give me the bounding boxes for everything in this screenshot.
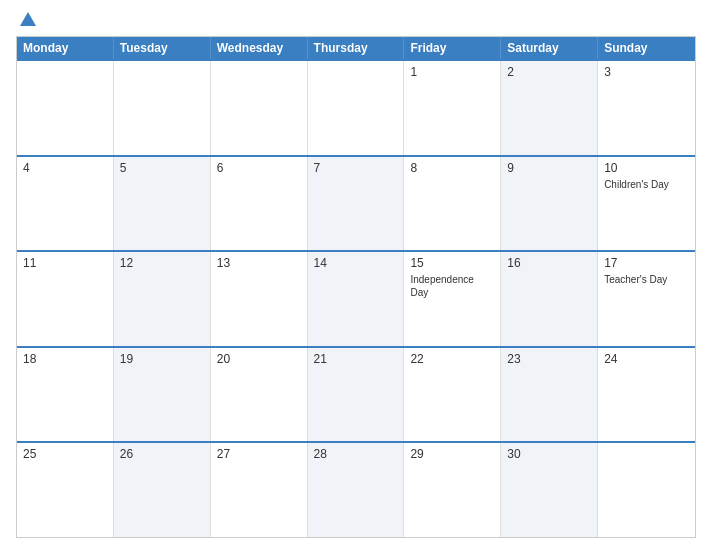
- calendar-cell: 4: [17, 157, 114, 251]
- weekday-header-thursday: Thursday: [308, 37, 405, 59]
- day-number: 5: [120, 161, 204, 175]
- day-event: Children's Day: [604, 178, 689, 191]
- day-number: 2: [507, 65, 591, 79]
- weekday-header-friday: Friday: [404, 37, 501, 59]
- day-number: 13: [217, 256, 301, 270]
- day-number: 4: [23, 161, 107, 175]
- day-number: 23: [507, 352, 591, 366]
- day-number: 29: [410, 447, 494, 461]
- calendar-cell: 3: [598, 61, 695, 155]
- calendar-cell: [308, 61, 405, 155]
- calendar-cell: [598, 443, 695, 537]
- calendar-cell: 20: [211, 348, 308, 442]
- calendar-cell: 10Children's Day: [598, 157, 695, 251]
- day-number: 19: [120, 352, 204, 366]
- calendar-cell: 13: [211, 252, 308, 346]
- calendar-body: 12345678910Children's Day1112131415Indep…: [17, 59, 695, 537]
- calendar-cell: 1: [404, 61, 501, 155]
- calendar-cell: 28: [308, 443, 405, 537]
- day-number: 16: [507, 256, 591, 270]
- calendar-cell: 11: [17, 252, 114, 346]
- day-number: 7: [314, 161, 398, 175]
- calendar-cell: 14: [308, 252, 405, 346]
- calendar-week-4: 18192021222324: [17, 346, 695, 442]
- day-number: 26: [120, 447, 204, 461]
- calendar-cell: 6: [211, 157, 308, 251]
- calendar-cell: 9: [501, 157, 598, 251]
- weekday-header-sunday: Sunday: [598, 37, 695, 59]
- calendar-cell: 29: [404, 443, 501, 537]
- calendar-cell: [17, 61, 114, 155]
- weekday-header-saturday: Saturday: [501, 37, 598, 59]
- calendar-cell: 16: [501, 252, 598, 346]
- day-number: 10: [604, 161, 689, 175]
- calendar-cell: 2: [501, 61, 598, 155]
- day-number: 27: [217, 447, 301, 461]
- day-event: Independence Day: [410, 273, 494, 299]
- day-number: 18: [23, 352, 107, 366]
- logo-triangle-icon: [20, 12, 36, 26]
- day-number: 1: [410, 65, 494, 79]
- calendar-week-1: 123: [17, 59, 695, 155]
- calendar-cell: 27: [211, 443, 308, 537]
- day-number: 24: [604, 352, 689, 366]
- day-number: 17: [604, 256, 689, 270]
- day-number: 22: [410, 352, 494, 366]
- calendar-cell: 23: [501, 348, 598, 442]
- day-number: 28: [314, 447, 398, 461]
- calendar-header-row: MondayTuesdayWednesdayThursdayFridaySatu…: [17, 37, 695, 59]
- day-number: 25: [23, 447, 107, 461]
- calendar-week-2: 45678910Children's Day: [17, 155, 695, 251]
- calendar-week-5: 252627282930: [17, 441, 695, 537]
- calendar: MondayTuesdayWednesdayThursdayFridaySatu…: [16, 36, 696, 538]
- calendar-cell: 21: [308, 348, 405, 442]
- weekday-header-tuesday: Tuesday: [114, 37, 211, 59]
- day-number: 3: [604, 65, 689, 79]
- day-number: 6: [217, 161, 301, 175]
- calendar-cell: 19: [114, 348, 211, 442]
- calendar-cell: 26: [114, 443, 211, 537]
- calendar-cell: 7: [308, 157, 405, 251]
- day-number: 9: [507, 161, 591, 175]
- day-number: 21: [314, 352, 398, 366]
- day-number: 14: [314, 256, 398, 270]
- calendar-week-3: 1112131415Independence Day1617Teacher's …: [17, 250, 695, 346]
- calendar-cell: 25: [17, 443, 114, 537]
- calendar-cell: 30: [501, 443, 598, 537]
- weekday-header-wednesday: Wednesday: [211, 37, 308, 59]
- day-number: 30: [507, 447, 591, 461]
- header: [16, 12, 696, 30]
- calendar-cell: 18: [17, 348, 114, 442]
- day-number: 20: [217, 352, 301, 366]
- calendar-cell: 24: [598, 348, 695, 442]
- day-event: Teacher's Day: [604, 273, 689, 286]
- calendar-cell: [114, 61, 211, 155]
- calendar-cell: 22: [404, 348, 501, 442]
- day-number: 11: [23, 256, 107, 270]
- calendar-cell: 17Teacher's Day: [598, 252, 695, 346]
- calendar-page: MondayTuesdayWednesdayThursdayFridaySatu…: [0, 0, 712, 550]
- calendar-cell: 15Independence Day: [404, 252, 501, 346]
- weekday-header-monday: Monday: [17, 37, 114, 59]
- day-number: 15: [410, 256, 494, 270]
- day-number: 12: [120, 256, 204, 270]
- calendar-cell: 5: [114, 157, 211, 251]
- calendar-cell: 12: [114, 252, 211, 346]
- day-number: 8: [410, 161, 494, 175]
- logo: [16, 12, 40, 30]
- calendar-cell: [211, 61, 308, 155]
- calendar-cell: 8: [404, 157, 501, 251]
